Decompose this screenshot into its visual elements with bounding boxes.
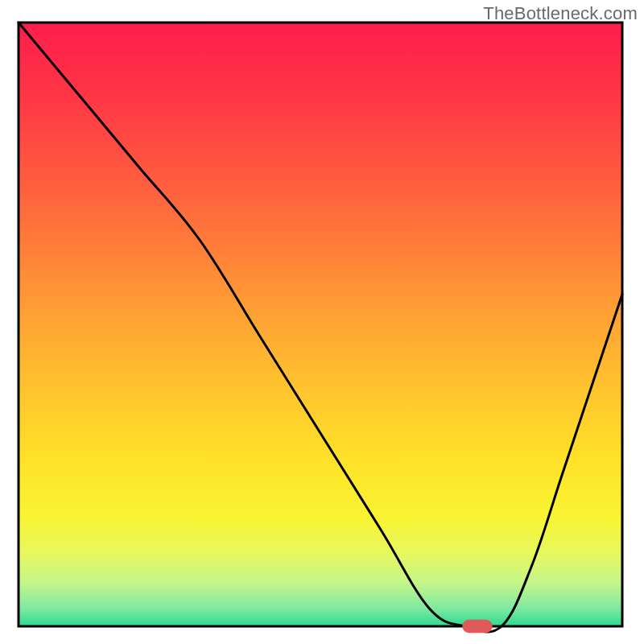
chart-stage: TheBottleneck.com xyxy=(0,0,644,644)
chart-background xyxy=(19,23,622,626)
marker-pill xyxy=(462,620,493,634)
chart-svg xyxy=(0,0,644,644)
